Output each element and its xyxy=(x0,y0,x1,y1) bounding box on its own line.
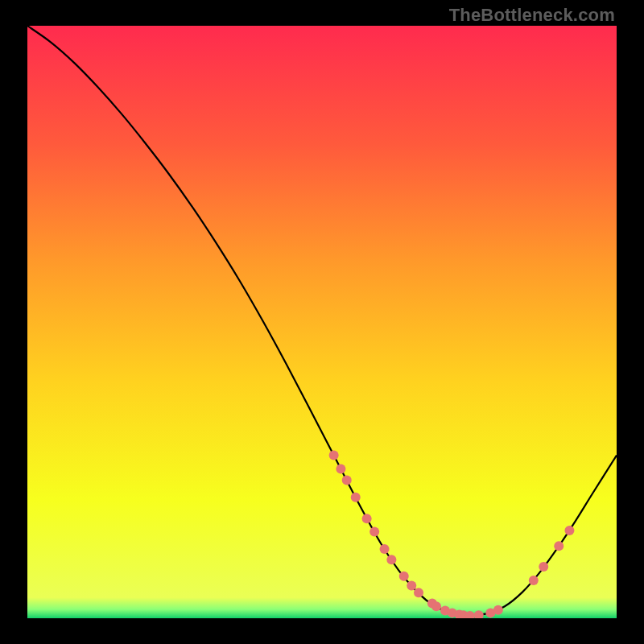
data-dot xyxy=(414,588,423,597)
data-dot xyxy=(554,541,564,551)
data-dot xyxy=(399,572,409,581)
data-dot xyxy=(342,476,352,485)
data-dot xyxy=(493,605,503,615)
watermark-text: TheBottleneck.com xyxy=(449,5,615,26)
data-dot xyxy=(369,527,379,537)
data-dot xyxy=(407,581,416,591)
data-dot xyxy=(564,526,574,535)
chart-svg xyxy=(27,26,617,618)
gradient-background xyxy=(27,26,617,618)
data-dot xyxy=(431,601,441,611)
data-dot xyxy=(329,451,339,460)
plot-area xyxy=(27,26,617,618)
data-dot xyxy=(529,576,539,585)
data-dot xyxy=(336,464,345,474)
data-dot xyxy=(380,544,390,554)
chart-frame: TheBottleneck.com xyxy=(0,0,644,644)
data-dot xyxy=(351,493,361,502)
data-dot xyxy=(539,562,548,572)
data-dot xyxy=(386,555,396,564)
data-dot xyxy=(362,514,372,523)
